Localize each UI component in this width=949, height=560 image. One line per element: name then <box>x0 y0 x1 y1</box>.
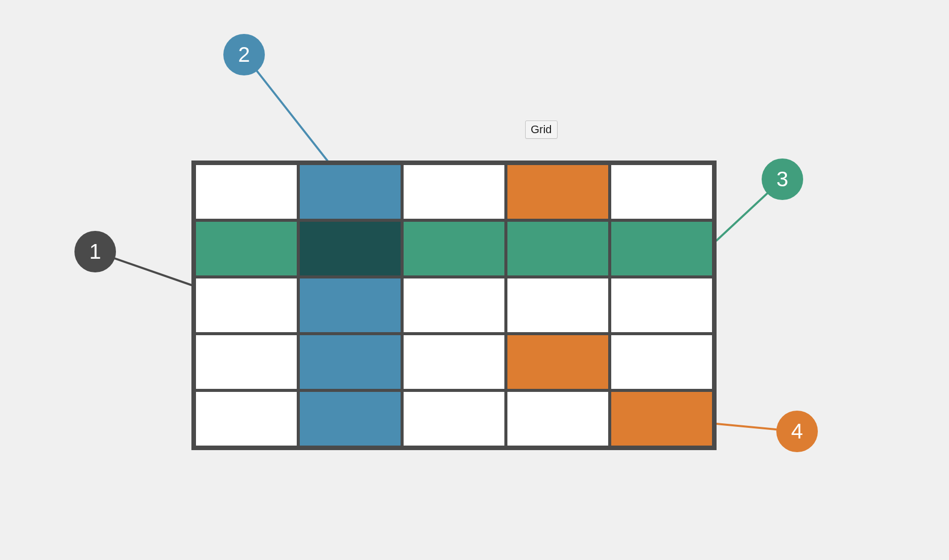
grid-cell <box>610 220 714 277</box>
callout-connector <box>257 71 330 164</box>
callout-circle-3: 3 <box>762 158 803 200</box>
callout-circle-4: 4 <box>776 411 818 452</box>
grid-cell <box>298 220 402 277</box>
diagram-canvas: Grid 1234 <box>0 0 949 560</box>
grid-cell <box>402 390 506 447</box>
grid-cell <box>194 334 298 390</box>
tooltip-label: Grid <box>525 121 558 139</box>
grid-cell <box>610 390 714 447</box>
grid-cell <box>298 277 402 334</box>
grid-cell <box>506 334 610 390</box>
grid-cell <box>194 277 298 334</box>
callout-circle-2: 2 <box>223 34 265 75</box>
grid-cell <box>506 220 610 277</box>
grid-cell <box>402 220 506 277</box>
grid <box>191 161 717 450</box>
grid-cell <box>194 164 298 220</box>
grid-cell <box>194 390 298 447</box>
grid-cell <box>298 390 402 447</box>
grid-cell <box>402 334 506 390</box>
callout-circle-1: 1 <box>74 231 116 272</box>
grid-cell <box>506 390 610 447</box>
callout-connector <box>115 258 191 285</box>
grid-cell <box>298 334 402 390</box>
grid-cell <box>610 277 714 334</box>
grid-cell <box>506 277 610 334</box>
grid-cell <box>402 164 506 220</box>
grid-cell <box>610 334 714 390</box>
callout-connector <box>717 424 776 429</box>
grid-cell <box>194 220 298 277</box>
grid-cell <box>610 164 714 220</box>
grid-cell <box>506 164 610 220</box>
grid-cell <box>298 164 402 220</box>
callout-connector <box>717 193 767 241</box>
grid-cell <box>402 277 506 334</box>
